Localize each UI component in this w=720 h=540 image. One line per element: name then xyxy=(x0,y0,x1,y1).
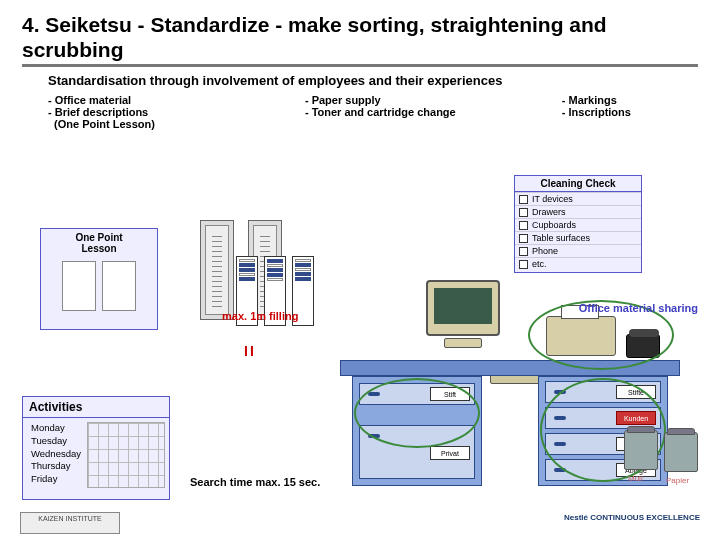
checkbox-icon xyxy=(519,221,528,230)
slide-title: 4. Seiketsu - Standardize - make sorting… xyxy=(22,12,698,67)
sheet-icon xyxy=(62,261,96,311)
checkbox-icon xyxy=(519,247,528,256)
cabinet-center-mark: II xyxy=(244,343,256,359)
col-mid: - Paper supply - Toner and cartridge cha… xyxy=(305,94,532,130)
nestle-logo: Nestlé CONTINUOUS EXCELLENCE xyxy=(550,512,700,534)
checkbox-icon xyxy=(519,260,528,269)
bin-mull: Müll xyxy=(624,430,666,480)
callout-search: Search time max. 15 sec. xyxy=(190,476,320,488)
callout-filling: max. 1m filling xyxy=(222,310,298,322)
col-right: - Markings - Inscriptions xyxy=(562,94,698,130)
checkbox-icon xyxy=(519,195,528,204)
cleaning-header: Cleaning Check xyxy=(515,176,641,192)
activities-grid xyxy=(87,422,165,488)
activities-header: Activities xyxy=(23,397,169,418)
cleaning-check-panel: Cleaning Check IT devices Drawers Cupboa… xyxy=(514,175,642,273)
kaizen-logo: KAIZEN INSTITUTE xyxy=(20,512,120,534)
activities-days: Monday Tuesday Wednesday Thursday Friday xyxy=(27,422,81,488)
drawer-tag: Privat xyxy=(430,446,470,460)
bullet-columns: - Office material - Brief descriptions (… xyxy=(48,94,698,130)
slide: 4. Seiketsu - Standardize - make sorting… xyxy=(0,0,720,540)
one-point-panel: One Point Lesson xyxy=(40,228,158,330)
sheet-icon xyxy=(102,261,136,311)
callout-share: Office material sharing xyxy=(579,302,698,314)
cabinet-left xyxy=(200,220,234,320)
col-left: - Office material - Brief descriptions (… xyxy=(48,94,275,130)
footer: KAIZEN INSTITUTE Nestlé CONTINUOUS EXCEL… xyxy=(20,506,700,534)
one-point-label: One Point Lesson xyxy=(41,229,157,257)
checkbox-icon xyxy=(519,234,528,243)
highlight-circle xyxy=(354,378,480,448)
bin-papier: Papier xyxy=(664,432,706,482)
checkbox-icon xyxy=(519,208,528,217)
slide-subtitle: Standardisation through involvement of e… xyxy=(48,73,698,88)
monitor-icon xyxy=(420,280,506,354)
activities-panel: Activities Monday Tuesday Wednesday Thur… xyxy=(22,396,170,500)
